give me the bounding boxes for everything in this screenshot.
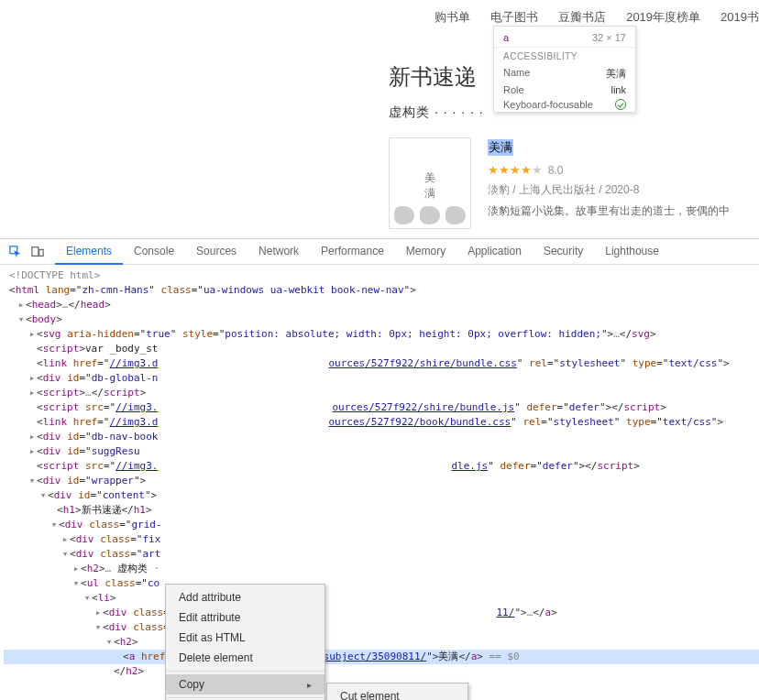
dom-line-selected[interactable]: <a href="https://book.douban.com/subject… [4,650,759,664]
dom-line[interactable]: </h2> [4,664,759,679]
tab-console[interactable]: Console [123,238,185,265]
dom-line[interactable]: ▸<script>…</script> [4,386,759,400]
dom-line[interactable]: ▾<div id="content"> [4,488,759,503]
book-desc: 淡豹短篇小说集。故事里有出走的道士，丧偶的中 [488,203,730,219]
dom-line[interactable]: ▸<div id="suggResu [4,444,759,459]
tab-memory[interactable]: Memory [395,238,456,265]
book-title-link[interactable]: 美满 [488,139,513,156]
cover-text: 美满 [424,170,435,202]
tab-performance[interactable]: Performance [310,238,395,265]
ctx-edit-attribute[interactable]: Edit attribute [166,607,324,628]
devtools-toolbar: Elements Console Sources Network Perform… [0,239,759,265]
sub-cut[interactable]: Cut element [327,686,468,700]
dom-line[interactable]: ▾<li> [4,591,759,606]
dom-line[interactable]: ▾<h2> [4,635,759,650]
subtitle: 虚构类 · · · · · · [389,104,730,121]
device-icon[interactable] [28,243,48,261]
nav-item[interactable]: 2019书 [720,9,759,26]
ctx-add-attribute[interactable]: Add attribute [166,587,324,607]
dom-line[interactable]: ▾<div class="grid- [4,518,759,532]
tab-elements[interactable]: Elements [55,238,123,265]
ctx-copy[interactable]: Copy▸ [166,674,324,695]
ctx-delete[interactable]: Delete element [166,648,324,668]
tooltip-el: a [503,32,509,43]
tab-lighthouse[interactable]: Lighthouse [594,238,670,265]
dom-line[interactable]: ▾<div class=" [4,620,759,635]
tab-application[interactable]: Application [456,238,533,265]
dom-line[interactable]: <link href="//img3.dources/527f922/book/… [4,415,759,430]
top-nav: 购书单 电子图书 豆瓣书店 2019年度榜单 2019书 [434,9,759,26]
book-meta: 淡豹 / 上海人民出版社 / 2020-8 [488,182,730,198]
svg-rect-2 [39,249,43,256]
dom-line[interactable]: <h1>新书速递</h1> [4,503,759,518]
dom-line[interactable]: <script src="//img3.ources/527f922/shire… [4,400,759,415]
chevron-right-icon: ▸ [307,680,312,690]
dom-line[interactable]: ▾<body> [4,312,759,327]
tooltip-dim: 32 × 17 [592,32,626,43]
dom-line[interactable]: ▸<div class="11/">…</a> [4,606,759,620]
dom-line[interactable]: <!DOCTYPE html> [4,268,759,283]
tab-sources[interactable]: Sources [185,238,248,265]
dom-tree[interactable]: <!DOCTYPE html> <html lang="zh-cmn-Hans"… [0,265,759,700]
ctx-edit-html[interactable]: Edit as HTML [166,628,324,648]
page-title: 新书速递 [389,62,730,92]
rating-stars: ★★★★★ 8.0 [488,163,730,177]
dom-line[interactable]: ▾<ul class="co [4,576,759,591]
book-cover[interactable]: 美满 [389,137,471,229]
dom-line[interactable]: ▸<svg aria-hidden="true" style="position… [4,327,759,342]
dom-line[interactable]: ▸<head>…</head> [4,298,759,312]
nav-item[interactable]: 电子图书 [490,9,538,26]
dom-line[interactable]: <html lang="zh-cmn-Hans" class="ua-windo… [4,283,759,298]
svg-rect-1 [32,246,38,256]
devtools-tabs: Elements Console Sources Network Perform… [55,238,670,265]
main-content: 新书速递 虚构类 · · · · · · 美满 美满 ★★★★★ 8.0 淡豹 … [389,62,730,229]
inspect-icon[interactable] [6,243,26,261]
dom-line[interactable]: ▸<div id="db-nav-book [4,430,759,444]
context-menu: Add attribute Edit attribute Edit as HTM… [165,584,325,700]
dom-line[interactable]: ▸<div class="fix [4,532,759,547]
dom-line[interactable]: <link href="//img3.dources/527f922/shire… [4,356,759,371]
dom-line[interactable]: ▾<div id="wrapper"> [4,474,759,488]
copy-submenu: Cut element Copy element Paste element C… [326,683,468,700]
dom-line[interactable]: ▸<div id="db-global-n [4,371,759,386]
devtools-panel: Elements Console Sources Network Perform… [0,238,759,700]
nav-item[interactable]: 2019年度榜单 [626,9,700,26]
dom-line[interactable]: ▾<div class="art [4,547,759,562]
dom-line[interactable]: <script>var _body_st [4,342,759,356]
nav-item[interactable]: 豆瓣书店 [558,9,606,26]
tab-security[interactable]: Security [533,238,594,265]
dom-line[interactable]: <script src="//img3.dle.js" defer="defer… [4,459,759,474]
page-top: 购书单 电子图书 豆瓣书店 2019年度榜单 2019书 a 32 × 17 A… [0,0,759,238]
dom-line[interactable]: ▸<h2>… 虚构类 · [4,562,759,576]
rating-value: 8.0 [548,164,564,177]
nav-item[interactable]: 购书单 [434,9,470,26]
tab-network[interactable]: Network [248,238,310,265]
